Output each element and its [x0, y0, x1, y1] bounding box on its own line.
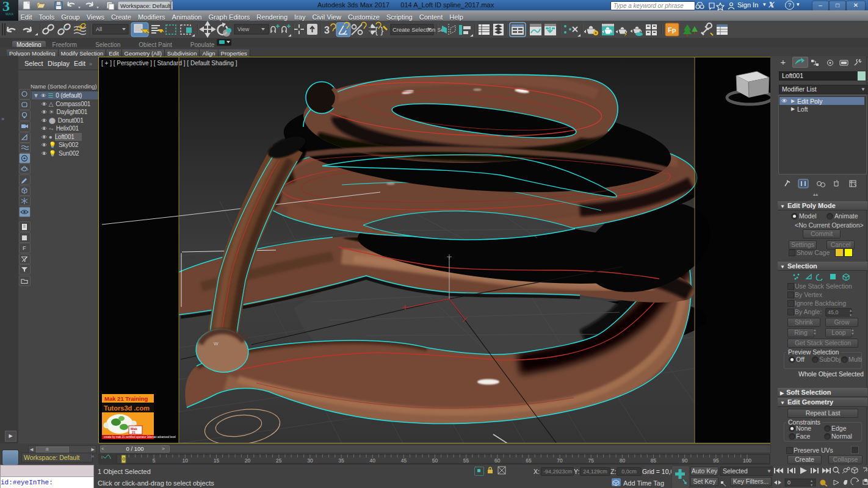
svg-text:90: 90	[682, 458, 688, 464]
svg-text:25: 25	[276, 458, 282, 464]
svg-text:20: 20	[245, 458, 251, 464]
svg-text:40: 40	[369, 458, 375, 464]
svg-text:F: F	[23, 245, 26, 251]
svg-text:Tutors3d .com: Tutors3d .com	[104, 404, 150, 412]
svg-text:60: 60	[494, 458, 501, 464]
svg-text:80: 80	[620, 458, 626, 464]
svg-text:50: 50	[432, 458, 438, 464]
svg-text:30: 30	[307, 458, 313, 464]
svg-text:▾: ▾	[811, 483, 812, 487]
svg-text:45: 45	[401, 458, 407, 464]
svg-text:Mak 21 Training: Mak 21 Training	[104, 395, 148, 402]
svg-text:3: 3	[324, 25, 330, 35]
svg-text:[ + ] [ Perspective ] [ Standa: [ + ] [ Perspective ] [ Standard ] [ Def…	[101, 60, 237, 66]
svg-text:Fp: Fp	[668, 26, 676, 34]
svg-text:85: 85	[651, 458, 657, 464]
svg-text:65: 65	[526, 458, 532, 464]
svg-text:100: 100	[743, 458, 751, 464]
svg-text:create by mak 21 certified ope: create by mak 21 certified operator 3dsm…	[104, 436, 176, 439]
svg-text:0: 0	[123, 456, 126, 462]
svg-text:0: 0	[787, 479, 790, 486]
svg-text:I: I	[101, 455, 103, 459]
svg-text:▴: ▴	[811, 479, 812, 483]
svg-text:Create Selection Se: Create Selection Se	[392, 26, 444, 33]
svg-text:5: 5	[153, 458, 156, 464]
svg-text:55: 55	[463, 458, 469, 464]
svg-text:All: All	[96, 26, 102, 32]
svg-text:Workspace: Default: Workspace: Default	[120, 2, 171, 9]
svg-text:15: 15	[214, 458, 220, 464]
svg-text:35: 35	[338, 458, 344, 464]
svg-text:{ }: { }	[375, 25, 383, 35]
svg-text:95: 95	[713, 458, 719, 464]
svg-text:10: 10	[183, 458, 189, 464]
svg-text:View: View	[237, 26, 250, 32]
svg-text:75: 75	[588, 458, 594, 464]
svg-text:21: 21	[132, 431, 136, 434]
svg-text:W: W	[214, 341, 219, 346]
svg-text:70: 70	[557, 458, 563, 464]
